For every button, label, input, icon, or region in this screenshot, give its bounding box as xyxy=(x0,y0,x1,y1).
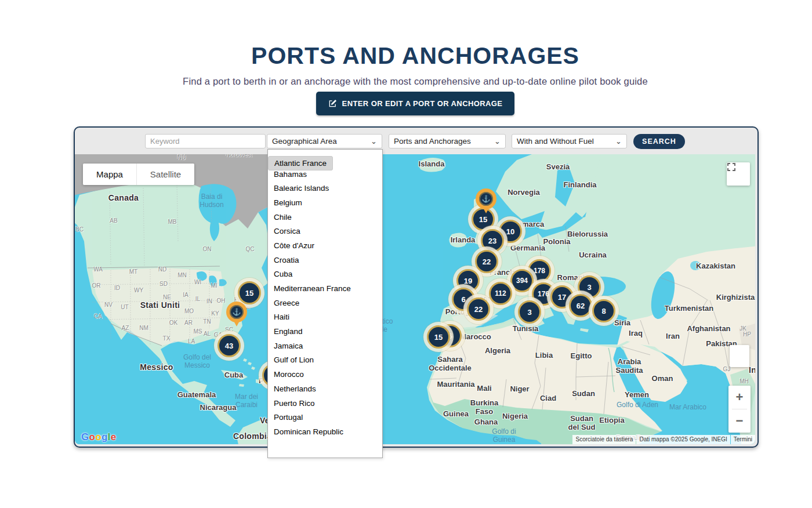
zoom-in-button[interactable]: + xyxy=(728,386,751,409)
search-button[interactable]: SEARCH xyxy=(633,134,685,149)
geo-option[interactable]: Dominican Republic xyxy=(268,424,382,439)
cluster-marker[interactable]: 8 xyxy=(589,296,619,326)
fuel-value: With and Without Fuel xyxy=(517,137,594,146)
page-subtitle: Find a port to berth in or an anchorage … xyxy=(183,76,648,87)
geo-option[interactable]: Balearic Islands xyxy=(268,181,382,195)
chevron-down-icon: ⌄ xyxy=(371,139,377,144)
fullscreen-icon xyxy=(727,162,736,172)
enter-or-edit-port-label: ENTER OR EDIT A PORT OR ANCHORAGE xyxy=(342,99,503,108)
geo-option[interactable]: Gulf of Lion xyxy=(268,353,382,368)
geo-option[interactable]: Morocco xyxy=(268,367,382,382)
enter-or-edit-port-button[interactable]: ENTER OR EDIT A PORT OR ANCHORAGE xyxy=(316,92,514,115)
ports-anchorages-page: PORTS AND ANCHORAGES Find a port to bert… xyxy=(0,0,812,508)
geo-option[interactable]: Cuba xyxy=(268,267,382,282)
chevron-down-icon: ⌄ xyxy=(494,139,501,144)
google-logo[interactable]: Google xyxy=(81,431,116,443)
cluster-marker[interactable]: 3 xyxy=(514,297,545,327)
geo-option[interactable]: Mediterranean France xyxy=(268,281,382,296)
chevron-down-icon: ⌄ xyxy=(615,139,622,144)
google-map[interactable]: CanadaStati UnitiMessicoColombiaVenezuel… xyxy=(75,154,755,444)
page-title: PORTS AND ANCHORAGES xyxy=(251,42,579,70)
ports-anchorages-value: Ports and Anchorages xyxy=(394,137,471,146)
map-type-button-satellite[interactable]: Satellite xyxy=(136,164,194,185)
cluster-marker[interactable]: 15 xyxy=(423,322,454,352)
fuel-select[interactable]: With and Without Fuel ⌄ xyxy=(512,134,627,148)
ports-anchorages-select[interactable]: Ports and Anchorages ⌄ xyxy=(389,134,506,148)
pencil-square-icon xyxy=(328,99,337,108)
geo-option[interactable]: England xyxy=(268,324,382,339)
keyword-input[interactable] xyxy=(145,134,266,148)
street-view-control[interactable] xyxy=(730,345,749,367)
map-markers-layer: 154315102322178193943112176176622238615⚓… xyxy=(75,154,755,444)
geo-option[interactable]: Portugal xyxy=(268,410,382,424)
map-type-control: Mappa Satellite xyxy=(83,164,194,185)
map-card: Geographical Area ⌄ Ports and Anchorages… xyxy=(74,126,759,448)
geo-option[interactable]: Puerto Rico xyxy=(268,396,382,411)
zoom-control: + − xyxy=(728,386,751,433)
geographical-area-select[interactable]: Geographical Area ⌄ xyxy=(267,134,382,148)
keyboard-shortcuts-link[interactable]: Scorciatoie da tastiera xyxy=(572,435,636,444)
geo-option[interactable]: Atlantic France xyxy=(268,156,333,170)
geo-option[interactable]: Belgium xyxy=(268,195,382,210)
geo-option[interactable]: Corsica xyxy=(268,224,382,238)
terms-link[interactable]: Termini xyxy=(731,435,755,444)
zoom-out-button[interactable]: − xyxy=(728,409,751,433)
map-attribution: Scorciatoie da tastiera Dati mappa ©2025… xyxy=(572,435,755,444)
port-pin-marker[interactable]: ⚓ xyxy=(226,302,247,322)
port-pin-marker[interactable]: ⚓ xyxy=(476,188,496,209)
geo-option[interactable]: Côte d'Azur xyxy=(268,238,382,253)
geographical-area-value: Geographical Area xyxy=(272,137,337,146)
cluster-marker[interactable]: 43 xyxy=(214,331,244,361)
filter-bar: Geographical Area ⌄ Ports and Anchorages… xyxy=(75,128,757,154)
map-type-button-map[interactable]: Mappa xyxy=(83,164,136,185)
geo-option[interactable]: Chile xyxy=(268,210,382,224)
geo-option[interactable]: Greece xyxy=(268,296,382,310)
geo-option[interactable]: Croatia xyxy=(268,253,382,267)
geo-option[interactable]: Jamaica xyxy=(268,339,382,353)
geo-option[interactable]: Haiti xyxy=(268,310,382,325)
fullscreen-button[interactable] xyxy=(727,162,750,186)
map-data-attribution: Dati mappa ©2025 Google, INEGI xyxy=(636,435,730,444)
geo-option[interactable]: Netherlands xyxy=(268,382,382,396)
cluster-marker[interactable]: 22 xyxy=(463,294,494,324)
geo-dropdown: AlbaniaBahamasBalearic IslandsBelgiumChi… xyxy=(267,149,383,458)
